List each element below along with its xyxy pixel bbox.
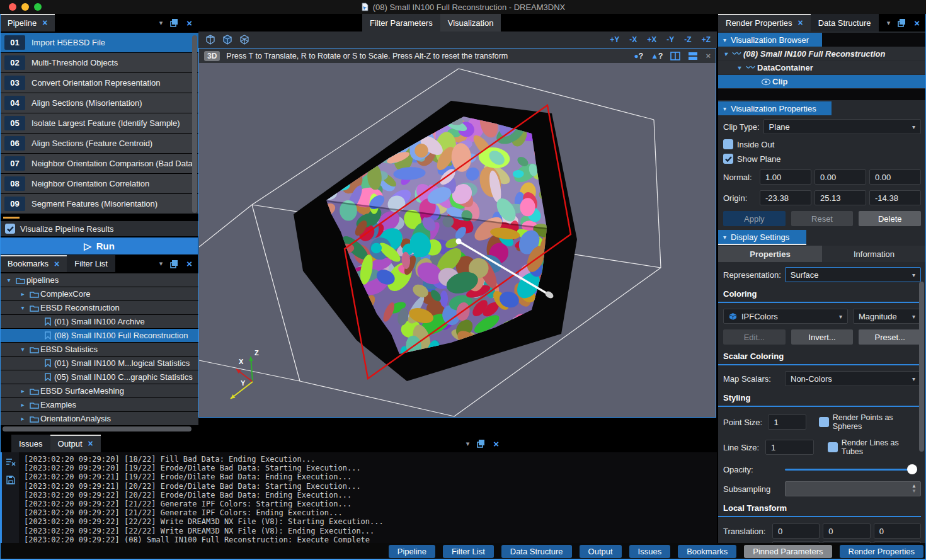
tab-filter-list[interactable]: Filter List	[67, 255, 115, 272]
apply-button[interactable]: Apply	[723, 211, 786, 226]
color-component-dropdown[interactable]: Magnitude ▾	[853, 309, 921, 324]
panel-toggle-output[interactable]: Output	[580, 545, 622, 558]
camera-axis-button[interactable]: -Y	[666, 35, 674, 44]
float-panel-icon[interactable]	[170, 260, 179, 268]
panel-toggle-pipeline[interactable]: Pipeline	[389, 545, 435, 558]
maximize-window-button[interactable]	[34, 3, 42, 11]
opacity-slider-thumb[interactable]	[907, 464, 917, 474]
map-scalars-dropdown[interactable]: Non-Colors ▾	[785, 371, 921, 386]
render-view-3d[interactable]: ZXY	[199, 63, 716, 417]
bookmark-tree-item[interactable]: (08) Small IN100 Full Reconstruction	[0, 329, 198, 342]
point-size-field[interactable]: 1	[768, 414, 806, 430]
clear-log-icon[interactable]	[6, 458, 16, 467]
normal-z-field[interactable]: 0.00	[869, 169, 921, 185]
close-window-button[interactable]	[9, 3, 16, 11]
tab-properties[interactable]: Properties	[718, 246, 822, 262]
tab-pipeline[interactable]: Pipeline ×	[0, 14, 55, 31]
close-icon[interactable]: ×	[798, 18, 803, 28]
spin-down-icon[interactable]: ▼	[912, 489, 917, 494]
bookmark-tree-item[interactable]: ▸EBSD SurfaceMeshing	[0, 384, 198, 397]
camera-axis-button[interactable]: -Z	[684, 35, 691, 44]
close-icon[interactable]: ×	[54, 259, 59, 269]
display-settings-header[interactable]: ▾Display Settings	[718, 230, 926, 244]
camera-axis-button[interactable]: +X	[647, 35, 656, 44]
tab-output[interactable]: Output ×	[50, 435, 101, 452]
bookmarks-hscrollbar[interactable]	[3, 426, 191, 431]
chevron-down-icon[interactable]: ▾	[4, 277, 14, 283]
panel-toggle-pinned-parameters[interactable]: Pinned Parameters	[744, 545, 832, 558]
bookmark-tree-item[interactable]: (01) Small IN100 Archive	[0, 315, 198, 328]
chevron-down-icon[interactable]: ▾	[466, 440, 470, 448]
close-panel-icon[interactable]: ×	[186, 18, 192, 28]
line-size-field[interactable]: 1	[765, 440, 814, 455]
translation-z-field[interactable]: 0	[874, 523, 921, 539]
close-view-icon[interactable]: ×	[706, 51, 711, 60]
chevron-down-icon[interactable]: ▾	[18, 346, 28, 353]
chevron-down-icon[interactable]: ▾	[735, 64, 745, 71]
visualization-properties-header[interactable]: ▾Visualization Properties	[718, 101, 926, 115]
chevron-down-icon[interactable]: ▾	[159, 260, 163, 268]
delete-button[interactable]: Delete	[859, 211, 921, 226]
pipeline-filter[interactable]: 06Align Sections (Feature Centroid)	[0, 134, 198, 153]
wire-cube-icon[interactable]	[239, 34, 250, 45]
reset-button[interactable]: Reset	[791, 211, 854, 226]
translation-x-field[interactable]: 0	[772, 523, 820, 539]
normal-y-field[interactable]: 0.00	[815, 169, 866, 185]
tab-render-properties[interactable]: Render Properties ×	[718, 14, 811, 31]
chevron-down-icon[interactable]: ▾	[18, 304, 28, 311]
panel-toggle-issues[interactable]: Issues	[629, 545, 671, 558]
tab-bookmarks[interactable]: Bookmarks ×	[0, 255, 67, 272]
invert-colormap-button[interactable]: Invert...	[791, 329, 854, 345]
pipeline-scrollbar[interactable]	[192, 35, 197, 213]
panel-toggle-bookmarks[interactable]: Bookmarks	[678, 545, 736, 558]
panel-toggle-filter-list[interactable]: Filter List	[443, 545, 494, 558]
split-vertical-icon[interactable]	[670, 52, 680, 60]
panel-toggle-data-structure[interactable]: Data Structure	[501, 545, 572, 558]
bookmark-tree-item[interactable]: (05) Small IN100 C...graphic Statistics	[0, 370, 198, 384]
origin-x-field[interactable]: -23.38	[760, 190, 811, 205]
close-icon[interactable]: ×	[42, 18, 47, 28]
close-panel-icon[interactable]: ×	[914, 18, 920, 28]
origin-z-field[interactable]: -14.38	[869, 190, 921, 205]
eye-icon[interactable]	[760, 78, 772, 86]
bookmark-tree-item[interactable]: ▾EBSD Reconstruction	[0, 301, 198, 314]
tab-filter-parameters[interactable]: Filter Parameters	[362, 14, 440, 31]
tab-data-structure[interactable]: Data Structure	[811, 14, 879, 31]
preset-colormap-button[interactable]: Preset...	[859, 329, 921, 345]
cell-picking-help-icon[interactable]: ▲?	[651, 52, 663, 60]
float-panel-icon[interactable]	[170, 18, 179, 27]
origin-y-field[interactable]: 25.13	[815, 190, 866, 205]
camera-axis-button[interactable]: -X	[629, 35, 637, 44]
camera-axis-button[interactable]: +Z	[702, 35, 711, 44]
bookmark-tree-item[interactable]: ▸Examples	[0, 398, 198, 411]
bookmark-tree-item[interactable]: (01) Small IN100 M...logical Statistics	[0, 357, 198, 370]
close-icon[interactable]: ×	[88, 438, 93, 449]
browser-item-root[interactable]: ▾ (08) Small IN100 Full Reconstruction	[718, 47, 926, 60]
console-log[interactable]: [2023:02:20 09:29:20] [18/22] Fill Bad D…	[19, 452, 384, 543]
pipeline-filter[interactable]: 02Multi-Threshold Objects	[0, 53, 198, 72]
render-lines-tubes-checkbox[interactable]	[828, 442, 838, 452]
float-panel-icon[interactable]	[898, 18, 906, 27]
bookmark-tree-item[interactable]: ▸ComplexCore	[0, 287, 198, 300]
pipeline-filter[interactable]: 03Convert Orientation Representation	[0, 73, 198, 93]
chevron-right-icon[interactable]: ▸	[18, 415, 28, 422]
tab-issues[interactable]: Issues	[11, 435, 50, 452]
tab-visualization[interactable]: Visualization	[440, 14, 501, 31]
chevron-right-icon[interactable]: ▸	[18, 401, 28, 408]
translation-y-field[interactable]: 0	[823, 523, 870, 539]
run-button[interactable]: ▷ Run	[1, 237, 198, 254]
pipeline-filter[interactable]: 01Import H5EBSD File	[0, 33, 198, 52]
pipeline-filter[interactable]: 05Isolate Largest Feature (Identify Samp…	[0, 113, 198, 133]
render-points-spheres-checkbox[interactable]	[819, 417, 829, 427]
bookmark-tree-item[interactable]: ▾EBSD Statistics	[0, 343, 198, 356]
inside-out-checkbox[interactable]	[723, 139, 733, 149]
normal-x-field[interactable]: 1.00	[760, 169, 811, 185]
tab-information[interactable]: Information	[822, 246, 926, 262]
panel-toggle-render-properties[interactable]: Render Properties	[840, 545, 924, 558]
minimize-window-button[interactable]	[21, 3, 29, 11]
bookmark-tree-item[interactable]: ▸OrientationAnalysis	[0, 412, 198, 425]
chevron-down-icon[interactable]: ▾	[721, 50, 731, 57]
color-array-dropdown[interactable]: IPFColors ▾	[723, 309, 848, 324]
clip-type-dropdown[interactable]: Plane ▾	[763, 119, 921, 134]
solid-cube-icon[interactable]	[222, 34, 233, 45]
